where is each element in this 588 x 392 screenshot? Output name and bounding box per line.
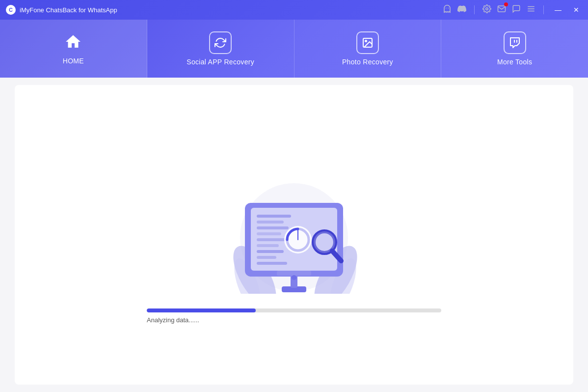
- nav-label-social-app-recovery: Social APP Recovery: [187, 58, 254, 66]
- mail-icon[interactable]: [497, 4, 506, 15]
- progress-label: Analyzing data......: [147, 316, 199, 324]
- svg-rect-17: [257, 215, 291, 218]
- home-icon: [64, 33, 82, 53]
- app-title: iMyFone ChatsBack for WhatsApp: [20, 6, 443, 14]
- svg-rect-19: [257, 226, 289, 229]
- main-content: Analyzing data......: [0, 78, 588, 392]
- nav-item-photo-recovery[interactable]: Photo Recovery: [294, 20, 442, 78]
- titlebar-divider-2: [543, 5, 544, 14]
- nav-label-home: HOME: [63, 57, 84, 65]
- titlebar: C iMyFone ChatsBack for WhatsApp: [0, 0, 588, 20]
- svg-rect-25: [257, 262, 287, 265]
- svg-rect-20: [257, 232, 281, 235]
- svg-point-16: [292, 275, 296, 280]
- app-logo: C: [6, 5, 16, 15]
- minimize-button[interactable]: —: [552, 5, 564, 15]
- menu-icon[interactable]: [527, 4, 535, 15]
- nav-item-home[interactable]: HOME: [0, 20, 147, 78]
- ghost-icon[interactable]: [443, 4, 452, 15]
- svg-rect-21: [257, 238, 286, 241]
- svg-rect-24: [257, 256, 276, 259]
- content-card: Analyzing data......: [15, 85, 573, 385]
- svg-rect-22: [257, 244, 279, 247]
- svg-point-0: [486, 8, 488, 10]
- nav-item-more-tools[interactable]: More Tools: [441, 20, 588, 78]
- nav-label-photo-recovery: Photo Recovery: [342, 58, 393, 66]
- progress-fill: [147, 308, 256, 312]
- nav-label-more-tools: More Tools: [497, 58, 532, 66]
- photo-recovery-icon-box: [356, 31, 379, 54]
- chat-icon[interactable]: [512, 4, 521, 15]
- more-tools-icon-box: [504, 31, 526, 54]
- titlebar-icons: — ✕: [443, 4, 582, 15]
- progress-area: Analyzing data......: [147, 308, 441, 324]
- navbar: HOME Social APP Recovery Photo Recovery: [0, 20, 588, 78]
- close-button[interactable]: ✕: [570, 5, 582, 15]
- svg-rect-15: [277, 271, 311, 276]
- social-app-recovery-icon-box: [209, 31, 232, 54]
- discord-icon[interactable]: [457, 4, 466, 15]
- mail-badge: [504, 2, 508, 6]
- svg-point-5: [365, 40, 367, 42]
- svg-rect-23: [257, 250, 284, 253]
- app-logo-letter: C: [9, 7, 13, 13]
- progress-track: [147, 308, 441, 312]
- illustration: [196, 146, 392, 294]
- svg-rect-18: [257, 221, 284, 224]
- titlebar-divider: [474, 5, 475, 14]
- nav-item-social-app-recovery[interactable]: Social APP Recovery: [147, 20, 294, 78]
- settings-icon[interactable]: [482, 4, 491, 15]
